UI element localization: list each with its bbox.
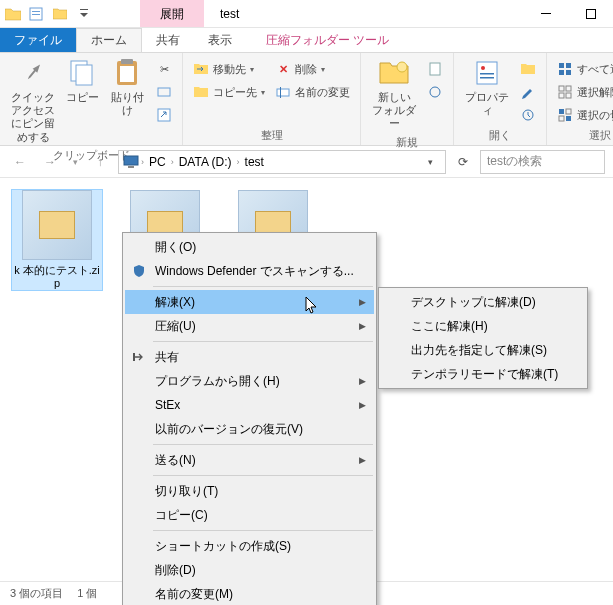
sub-here[interactable]: ここに解凍(H) (381, 314, 585, 338)
maximize-button[interactable] (568, 0, 613, 27)
cut-button[interactable]: ✂ (152, 58, 176, 80)
chevron-right-icon[interactable]: › (237, 157, 240, 167)
file-item[interactable]: k 本的にテスト.zip (12, 190, 102, 290)
qat-new-folder-icon[interactable] (48, 2, 72, 26)
svg-rect-29 (559, 93, 564, 98)
svg-rect-2 (32, 14, 40, 15)
ctx-openwith[interactable]: プログラムから開く(H)▶ (125, 369, 374, 393)
up-button[interactable]: ↑ (88, 150, 112, 174)
svg-rect-25 (559, 70, 564, 75)
svg-rect-10 (120, 66, 134, 82)
context-tab-label: 展開 (140, 0, 204, 27)
select-none-button[interactable]: 選択解除 (553, 81, 613, 103)
copypath-button[interactable] (152, 81, 176, 103)
ctx-copy[interactable]: コピー(C) (125, 503, 374, 527)
titlebar: 展開 test (0, 0, 613, 28)
window-title: test (204, 0, 255, 27)
crumb-drive[interactable]: DATA (D:) (176, 155, 235, 169)
history-dropdown[interactable]: ▾ (68, 150, 82, 174)
back-button[interactable]: ← (8, 150, 32, 174)
chevron-right-icon[interactable]: › (171, 157, 174, 167)
tab-home[interactable]: ホーム (76, 28, 142, 52)
tab-compressed-tools[interactable]: 圧縮フォルダー ツール (252, 28, 403, 52)
moveto-icon (193, 61, 209, 77)
new-folder-button[interactable]: 新しい フォルダー (367, 55, 421, 133)
edit-button[interactable] (516, 81, 540, 103)
copyto-button[interactable]: コピー先 ▾ (189, 81, 269, 103)
qat-properties-icon[interactable] (24, 2, 48, 26)
refresh-button[interactable]: ⟳ (452, 151, 474, 173)
crumb-pc[interactable]: PC (146, 155, 169, 169)
svg-rect-35 (124, 156, 138, 165)
forward-button[interactable]: → (38, 150, 62, 174)
svg-rect-32 (566, 109, 571, 114)
moveto-button[interactable]: 移動先 ▾ (189, 58, 269, 80)
tab-file[interactable]: ファイル (0, 28, 76, 52)
svg-rect-20 (480, 73, 494, 75)
ctx-delete[interactable]: 削除(D) (125, 558, 374, 582)
delete-button[interactable]: ✕削除 ▾ (271, 58, 354, 80)
ctx-shortcut[interactable]: ショートカットの作成(S) (125, 534, 374, 558)
history-button[interactable] (516, 104, 540, 126)
ribbon: クイック アクセス にピン留めする コピー 貼り付け ✂ クリップボード 移動先… (0, 53, 613, 146)
address-dropdown[interactable]: ▾ (419, 151, 441, 173)
zip-icon (22, 190, 92, 260)
select-all-button[interactable]: すべて選択 (553, 58, 613, 80)
ribbon-group-new: 新しい フォルダー 新規 (361, 53, 454, 145)
quick-access-toolbar (24, 2, 96, 26)
chevron-right-icon: ▶ (359, 455, 366, 465)
paste-shortcut-button[interactable] (152, 104, 176, 126)
copy-button[interactable]: コピー (62, 55, 102, 106)
new-item-icon (427, 61, 443, 77)
ribbon-group-select: すべて選択 選択解除 選択の切り替 選択 (547, 53, 613, 145)
select-invert-button[interactable]: 選択の切り替 (553, 104, 613, 126)
ctx-share[interactable]: 共有 (125, 345, 374, 369)
context-menu: 開く(O) Windows Defender でスキャンする... 解凍(X)▶… (122, 232, 377, 605)
separator (153, 341, 373, 342)
ribbon-group-open: プロパティ 開く (454, 53, 547, 145)
ctx-open[interactable]: 開く(O) (125, 235, 374, 259)
edit-icon (520, 84, 536, 100)
ctx-cut[interactable]: 切り取り(T) (125, 479, 374, 503)
chevron-right-icon: ▶ (359, 400, 366, 410)
tab-view[interactable]: 表示 (194, 28, 246, 52)
ctx-prevver[interactable]: 以前のバージョンの復元(V) (125, 417, 374, 441)
pin-quickaccess-button[interactable]: クイック アクセス にピン留めする (6, 55, 60, 146)
sub-specify[interactable]: 出力先を指定して解凍(S) (381, 338, 585, 362)
ctx-rename[interactable]: 名前の変更(M) (125, 582, 374, 605)
new-item-button[interactable] (423, 58, 447, 80)
sub-desktop[interactable]: デスクトップに解凍(D) (381, 290, 585, 314)
crumb-folder[interactable]: test (242, 155, 267, 169)
svg-rect-27 (559, 86, 564, 91)
ctx-stex[interactable]: StEx▶ (125, 393, 374, 417)
chevron-right-icon[interactable]: › (141, 157, 144, 167)
ctx-compress[interactable]: 圧縮(U)▶ (125, 314, 374, 338)
ctx-sendto[interactable]: 送る(N)▶ (125, 448, 374, 472)
chevron-right-icon: ▶ (359, 321, 366, 331)
svg-rect-12 (158, 109, 170, 121)
svg-rect-7 (76, 65, 92, 85)
open-button[interactable] (516, 58, 540, 80)
separator (153, 286, 373, 287)
separator (153, 530, 373, 531)
svg-point-19 (481, 66, 485, 70)
ctx-defender[interactable]: Windows Defender でスキャンする... (125, 259, 374, 283)
search-input[interactable]: testの検索 (480, 150, 605, 174)
address-box[interactable]: › PC › DATA (D:) › test ▾ (118, 150, 446, 174)
easy-access-icon (427, 84, 443, 100)
tab-share[interactable]: 共有 (142, 28, 194, 52)
select-invert-icon (557, 107, 573, 123)
folder-icon (4, 5, 22, 23)
select-none-icon (557, 84, 573, 100)
shield-icon (131, 263, 147, 279)
minimize-button[interactable] (523, 0, 568, 27)
svg-rect-21 (480, 77, 494, 79)
qat-dropdown-icon[interactable] (72, 2, 96, 26)
properties-button[interactable]: プロパティ (460, 55, 514, 119)
easy-access-button[interactable] (423, 81, 447, 103)
ctx-extract[interactable]: 解凍(X)▶ (125, 290, 374, 314)
sub-temp[interactable]: テンポラリモードで解凍(T) (381, 362, 585, 386)
rename-button[interactable]: 名前の変更 (271, 81, 354, 103)
svg-rect-28 (566, 86, 571, 91)
paste-button[interactable]: 貼り付け (104, 55, 150, 119)
